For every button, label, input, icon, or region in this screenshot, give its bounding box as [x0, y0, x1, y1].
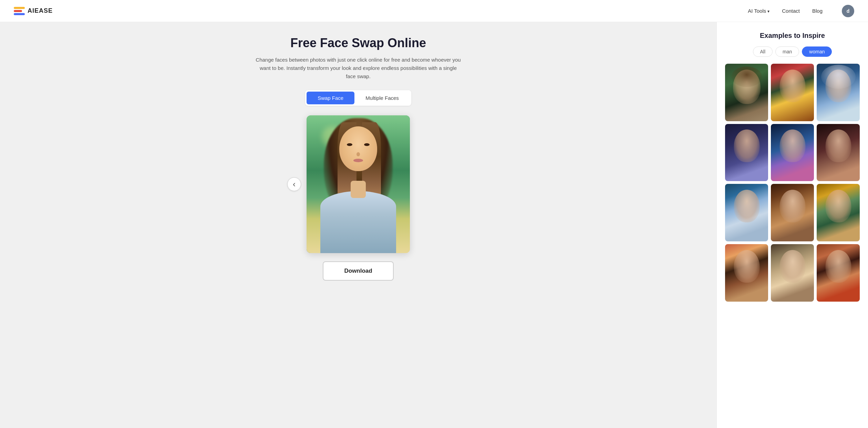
portrait-face: [825, 190, 851, 222]
portrait-face: [734, 129, 760, 162]
grid-item-inner: [725, 184, 768, 241]
grid-item-inner: [817, 64, 860, 121]
portrait-face: [779, 129, 805, 162]
filter-woman[interactable]: woman: [802, 46, 832, 57]
main-layout: Free Face Swap Online Change faces betwe…: [0, 22, 868, 428]
grid-item-inner: [771, 244, 814, 302]
neck: [351, 181, 366, 198]
grid-item-inner: [725, 64, 768, 121]
logo-icon: [14, 7, 25, 15]
portrait-face: [779, 70, 805, 102]
grid-item-inner: [817, 124, 860, 181]
filter-man[interactable]: man: [775, 46, 799, 57]
tab-multiple-faces[interactable]: Multiple Faces: [354, 92, 410, 104]
grid-item[interactable]: [771, 184, 814, 241]
grid-item[interactable]: [817, 184, 860, 241]
svg-rect-2: [14, 13, 25, 15]
arrow-left-icon: [293, 179, 296, 189]
grid-item[interactable]: [725, 244, 768, 302]
nav-blog[interactable]: Blog: [812, 8, 823, 14]
grid-item[interactable]: [817, 244, 860, 302]
filter-all[interactable]: All: [753, 46, 773, 57]
header: AIEASE AI Tools Contact Blog d: [0, 0, 868, 22]
grid-item[interactable]: [817, 64, 860, 121]
main-image-bg: [307, 115, 410, 253]
grid-item-inner: [817, 244, 860, 302]
svg-rect-1: [14, 10, 22, 12]
nav-ai-tools[interactable]: AI Tools: [748, 8, 769, 14]
lips: [353, 159, 363, 162]
grid-item[interactable]: [725, 64, 768, 121]
nav-contact[interactable]: Contact: [782, 8, 800, 14]
nose: [356, 152, 360, 156]
logo[interactable]: AIEASE: [14, 7, 53, 15]
portrait-hair-white: [821, 65, 856, 89]
grid-item-inner: [771, 184, 814, 241]
grid-item[interactable]: [817, 124, 860, 181]
prev-arrow-button[interactable]: [287, 177, 301, 191]
download-button[interactable]: Download: [323, 261, 393, 281]
arrow-right-icon: [421, 179, 424, 189]
grid-item-inner: [817, 184, 860, 241]
image-area-wrapper: [287, 115, 429, 253]
filter-buttons: All man woman: [725, 46, 860, 57]
grid-item-inner: [771, 64, 814, 121]
face: [339, 126, 377, 171]
left-content: Free Face Swap Online Change faces betwe…: [0, 22, 716, 428]
grid-item[interactable]: [725, 124, 768, 181]
grid-item[interactable]: [725, 184, 768, 241]
grid-item[interactable]: [771, 244, 814, 302]
nav: AI Tools Contact Blog d: [748, 5, 854, 17]
page-description: Change faces between photos with just on…: [255, 56, 462, 81]
main-image-container: [307, 115, 410, 253]
page-title: Free Face Swap Online: [290, 36, 426, 50]
portrait-face: [825, 129, 851, 162]
portrait-face: [734, 250, 760, 283]
user-avatar[interactable]: d: [842, 5, 854, 17]
eye-left: [347, 143, 352, 146]
grid-item-inner: [725, 244, 768, 302]
image-grid: [725, 64, 860, 302]
portrait-face: [734, 190, 760, 222]
eye-right: [364, 143, 370, 146]
svg-rect-0: [14, 7, 25, 9]
body-shirt: [320, 191, 396, 253]
grid-item[interactable]: [771, 64, 814, 121]
grid-item[interactable]: [771, 124, 814, 181]
portrait-face: [825, 250, 851, 283]
portrait-face: [779, 190, 805, 222]
tabs-container: Swap Face Multiple Faces: [305, 90, 411, 106]
chevron-down-icon: [767, 8, 769, 14]
tab-swap-face[interactable]: Swap Face: [307, 92, 354, 104]
right-sidebar: Examples to Inspire All man woman: [716, 22, 868, 428]
sidebar-title: Examples to Inspire: [725, 32, 860, 40]
portrait-hair: [731, 66, 762, 87]
grid-item-inner: [771, 124, 814, 181]
grid-item-inner: [725, 124, 768, 181]
logo-text: AIEASE: [28, 7, 53, 14]
portrait-face: [779, 250, 805, 283]
